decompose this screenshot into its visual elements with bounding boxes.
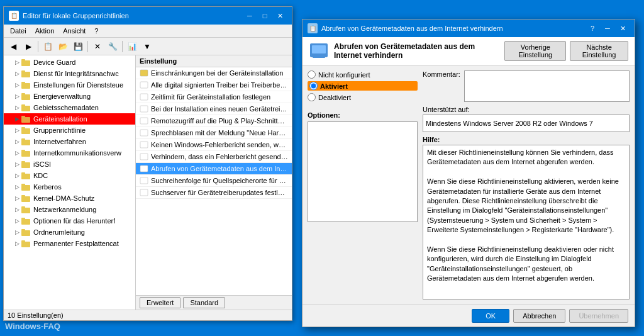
folder-icon (21, 239, 31, 248)
settings-item-8[interactable]: Abrufen von Gerätemetadaten aus dem Inte… (136, 163, 292, 175)
tree-label-device-guard: Device Guard (33, 59, 75, 66)
folder-icon (21, 137, 31, 146)
toolbar-properties-button[interactable]: 🔧 (106, 40, 119, 53)
cancel-button[interactable]: Abbrechen (513, 309, 565, 323)
settings-item-2[interactable]: Zeitlimit für Geräteinstallation festleg… (136, 91, 292, 103)
toolbar-save-button[interactable]: 💾 (71, 40, 85, 53)
settings-item-6[interactable]: Keinen Windows-Fehlerbericht senden, wen… (136, 139, 292, 151)
svg-rect-2 (21, 72, 30, 77)
settings-item-10[interactable]: Suchserver für Gerätetreiberupdates fest… (136, 187, 292, 199)
tree-item-geraet[interactable]: ▶ Geräteinstallation (4, 113, 135, 125)
menu-aktion[interactable]: Aktion (31, 26, 58, 36)
menu-ansicht[interactable]: Ansicht (59, 26, 89, 36)
settings-label-1: Alle digital signierten Treiber bei Trei… (151, 81, 288, 89)
svg-rect-12 (21, 128, 30, 134)
tree-item-gruppe[interactable]: ▷ Gruppenrichtlinie (4, 125, 135, 136)
tree-item-einstellungen[interactable]: ▷ Einstellungen für Dienststeue (4, 79, 135, 91)
svg-rect-16 (21, 151, 30, 157)
tree-item-kerberos[interactable]: ▷ Kerberos (4, 181, 135, 193)
editor-close-button[interactable]: ✕ (273, 10, 287, 21)
settings-icon-1 (140, 81, 148, 89)
settings-item-5[interactable]: Sprechblasen mit der Meldung "Neue Hardw… (136, 127, 292, 139)
svg-rect-0 (21, 60, 30, 66)
supported-label: Unterstützt auf: (423, 106, 630, 113)
hilfe-section: Hilfe: Mit dieser Richtlinieneinstellung… (423, 136, 630, 300)
toolbar-delete-button[interactable]: ✕ (91, 40, 104, 53)
settings-icon-2 (140, 92, 148, 101)
tree-item-internet-komm[interactable]: ▷ Internetkommunikationsverw (4, 147, 135, 159)
editor-maximize-button[interactable]: □ (258, 10, 272, 21)
tree-item-ordner[interactable]: ▷ Ordnerumleitung (4, 227, 135, 238)
tree-item-kernel[interactable]: ▷ Kernel-DMA-Schutz (4, 193, 135, 204)
tree-item-dienst[interactable]: ▷ Dienst für Integritätsnachwc (4, 68, 135, 79)
apply-button[interactable]: Übernehmen (569, 309, 628, 323)
watermark: Windows-FAQ (5, 322, 60, 331)
svg-rect-9 (21, 104, 25, 106)
svg-rect-38 (140, 118, 148, 124)
radio-deactivated-input[interactable] (308, 93, 316, 101)
hilfe-label: Hilfe: (423, 136, 630, 143)
tree-item-permanent[interactable]: ▷ Permanenter Festplattencat (4, 238, 135, 249)
next-setting-button[interactable]: Nächste Einstellung (570, 41, 628, 61)
dialog-titlebar: 📋 Abrufen von Gerätemetadaten aus dem In… (303, 20, 635, 37)
settings-item-9[interactable]: Suchreihenfolge für Quellspeicherorte fü… (136, 175, 292, 187)
toolbar-export-button[interactable]: 📊 (125, 40, 139, 53)
settings-item-3[interactable]: Bei der Installation eines neuen Gerätet… (136, 103, 292, 115)
menu-help[interactable]: ? (91, 26, 102, 36)
toolbar-show-button[interactable]: 📋 (41, 40, 55, 53)
dialog-minimize-button[interactable]: ─ (601, 23, 614, 34)
toolbar-forward-button[interactable]: ▶ (21, 40, 35, 53)
supported-section: Unterstützt auf: Mindestens Windows Serv… (423, 106, 630, 132)
settings-icon-0 (140, 69, 148, 77)
tree-item-energie[interactable]: ▷ Energieverwaltung (4, 91, 135, 102)
dialog-close-button[interactable]: ✕ (616, 23, 630, 34)
svg-rect-7 (21, 93, 25, 95)
options-title: Optionen: (308, 111, 418, 119)
svg-rect-47 (315, 55, 323, 57)
prev-setting-button[interactable]: Vorherige Einstellung (504, 41, 566, 61)
tree-item-optionen[interactable]: ▷ Optionen für das Herunterf (4, 215, 135, 227)
tree-label-internet-komm: Internetkommunikationsverw (33, 149, 121, 157)
tree-label-permanent: Permanenter Festplattencat (33, 240, 119, 247)
radio-activated[interactable]: Aktiviert (308, 81, 418, 91)
settings-label-3: Bei der Installation eines neuen Gerätet… (151, 105, 288, 113)
svg-rect-13 (21, 127, 25, 129)
toolbar-back-button[interactable]: ◀ (6, 40, 20, 53)
toolbar-filter-button[interactable]: ▼ (140, 40, 154, 53)
radio-not-configured-input[interactable] (308, 70, 316, 79)
settings-item-0[interactable]: Einschränkungen bei der Geräteinstallati… (136, 67, 292, 79)
tree-item-gebiets[interactable]: ▷ Gebietsschemadaten (4, 102, 135, 113)
tree-item-device-guard[interactable]: ▷ Device Guard (4, 57, 135, 68)
editor-titlebar: 📋 Editor für lokale Gruppenrichtlinien ─… (4, 7, 292, 25)
right-panel: Einstellung Einschränkungen bei der Gerä… (136, 55, 292, 310)
tree-item-netzwerk[interactable]: ▷ Netzwerkanmeldung (4, 204, 135, 215)
settings-item-4[interactable]: Remotezugriff auf die Plug & Play-Schnit… (136, 115, 292, 127)
settings-item-1[interactable]: Alle digital signierten Treiber bei Trei… (136, 79, 292, 91)
expand-icon: ▷ (13, 148, 21, 157)
radio-activated-input[interactable] (309, 82, 318, 90)
tree-item-internet-ver[interactable]: ▷ Internetverfahren (4, 136, 135, 147)
editor-minimize-button[interactable]: ─ (243, 10, 257, 21)
svg-rect-11 (21, 116, 25, 118)
svg-rect-30 (21, 230, 30, 236)
tree-item-kdc[interactable]: ▷ KDC (4, 170, 135, 181)
radio-not-configured[interactable]: Nicht konfiguriert (308, 70, 418, 79)
toolbar-folder-button[interactable]: 📂 (56, 40, 70, 53)
dialog-help-button[interactable]: ? (586, 23, 599, 34)
tree-item-iscsi[interactable]: ▷ iSCSI (4, 159, 135, 170)
ok-button[interactable]: OK (472, 309, 509, 323)
folder-icon (21, 69, 31, 78)
expand-icon: ▷ (13, 171, 21, 180)
settings-item-7[interactable]: Verhindern, dass ein Fehlerbericht gesen… (136, 151, 292, 163)
tab-standard[interactable]: Standard (183, 297, 225, 308)
radio-deactivated[interactable]: Deaktiviert (308, 93, 418, 101)
folder-icon (21, 194, 31, 203)
tree-label-einstellungen: Einstellungen für Dienststeue (33, 81, 123, 89)
tab-erweitert[interactable]: Erweitert (140, 297, 180, 308)
supported-value: Mindestens Windows Server 2008 R2 oder W… (423, 115, 630, 132)
menu-datei[interactable]: Datei (6, 26, 30, 36)
comment-textarea[interactable] (464, 70, 630, 102)
toolbar-separator-2 (87, 41, 88, 52)
svg-rect-26 (21, 208, 30, 213)
settings-header: Einstellung (136, 55, 292, 67)
